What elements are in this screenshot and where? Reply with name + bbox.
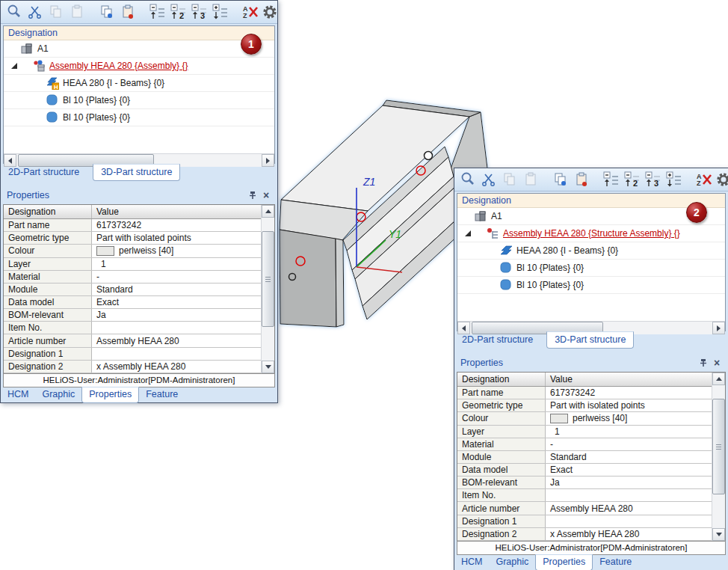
column-header-designation[interactable]: Designation: [457, 373, 546, 386]
expander-triangle-icon[interactable]: [465, 230, 471, 236]
scroll-down-button[interactable]: [262, 361, 274, 373]
tab-3d-part-structure[interactable]: 3D-Part structure: [93, 164, 180, 181]
vertical-scrollbar: [261, 205, 274, 373]
tab-graphic[interactable]: Graphic: [489, 555, 535, 570]
settings-button[interactable]: [261, 3, 279, 21]
tree-row-plate[interactable]: Bl 10 {Plates} {0}: [457, 260, 725, 277]
paste-with-reference-button[interactable]: [119, 3, 137, 21]
tree-item-label: Bl 10 {Plates} {0}: [63, 95, 130, 105]
tree-column-header-designation[interactable]: Designation: [457, 194, 725, 208]
scroll-up-button[interactable]: [712, 373, 725, 385]
property-row-geometric-type: Geometric typePart with isolated points: [4, 232, 261, 245]
tree-row-a1[interactable]: A1: [4, 40, 274, 58]
expand-all-button[interactable]: [212, 3, 229, 21]
tab-properties[interactable]: Properties: [535, 554, 593, 570]
column-header-value[interactable]: Value: [546, 373, 712, 386]
part-structure-window-2: 2 3 AZ Designation A1 Assembly HEAA 280 …: [454, 168, 728, 570]
search-button[interactable]: [5, 3, 23, 21]
scrollbar-track[interactable]: [262, 218, 274, 361]
scroll-down-button[interactable]: [712, 528, 725, 541]
search-button[interactable]: [459, 171, 477, 189]
copy-with-reference-button[interactable]: [98, 3, 116, 21]
bottom-tab-bar: HCM Graphic Properties Feature: [1, 387, 277, 404]
plate-icon: [499, 278, 513, 292]
paste-button-disabled[interactable]: [522, 171, 540, 189]
copy-special-icon: [552, 171, 569, 188]
tree-item-label: Bl 10 {Plates} {0}: [63, 112, 130, 123]
tab-3d-part-structure[interactable]: 3D-Part structure: [546, 331, 634, 349]
beam-front-plate[interactable]: [280, 230, 336, 327]
copy-button-disabled[interactable]: [501, 171, 519, 189]
structure-tab-bar: 2D-Part structure 3D-Part structure: [1, 165, 277, 183]
paste-with-reference-button[interactable]: [573, 171, 590, 189]
expand-all-button[interactable]: [665, 171, 683, 189]
close-button[interactable]: ×: [259, 189, 273, 201]
tab-hcm[interactable]: HCM: [454, 555, 489, 570]
tree-row-assembly[interactable]: Assembly HEAA 280 {Assembly} {}: [4, 58, 274, 75]
callout-badge-2: 2: [686, 202, 707, 223]
clear-sort-button[interactable]: AZ: [695, 171, 713, 189]
tree-row-assembly[interactable]: Assembly HEAA 280 {Structure Assembly} {…: [457, 225, 725, 242]
magnifier-icon: [6, 4, 22, 20]
column-header-value[interactable]: Value: [92, 205, 261, 218]
scroll-up-button[interactable]: [262, 205, 274, 218]
collapse-level-3-icon: 3: [645, 171, 661, 188]
scrollbar-track[interactable]: [712, 385, 725, 528]
auto-hide-pin-button[interactable]: [246, 189, 259, 201]
tree-row-beam[interactable]: HEAA 280 {I - Beams} {0}: [457, 242, 725, 260]
scrollbar-thumb[interactable]: [712, 399, 725, 494]
tree-row-plate[interactable]: Bl 10 {Plates} {0}: [4, 109, 274, 126]
clear-sort-button[interactable]: AZ: [241, 3, 259, 21]
column-header-designation[interactable]: Designation: [4, 205, 92, 218]
tree-column-header-designation[interactable]: Designation: [4, 26, 274, 40]
tab-properties[interactable]: Properties: [81, 387, 139, 403]
tree-item-label: Bl 10 {Plates} {0}: [516, 263, 584, 273]
close-button[interactable]: ×: [710, 357, 724, 369]
tab-2d-part-structure[interactable]: 2D-Part structure: [1, 165, 87, 180]
scrollbar-thumb[interactable]: [262, 231, 274, 327]
property-row-module: ModuleStandard: [457, 451, 712, 464]
axis-z-label: Z1: [363, 176, 375, 188]
properties-header-row: Designation Value: [457, 373, 712, 387]
part-structure-window-1: 2 3 AZ Designation A1 Assembly HEAA 280 …: [0, 0, 278, 403]
properties-title-bar: Properties ×: [456, 355, 727, 370]
tree-row-a1[interactable]: A1: [457, 208, 725, 225]
colour-swatch: [550, 414, 568, 423]
tree-item-label: A1: [37, 43, 49, 54]
tree-row-plate[interactable]: Bl 10 {Plates} {0}: [457, 277, 725, 294]
point-marker-white[interactable]: [425, 152, 433, 160]
settings-button[interactable]: [715, 171, 728, 189]
tree-row-plate[interactable]: Bl 10 {Plates} {0}: [4, 92, 274, 109]
tab-hcm[interactable]: HCM: [1, 387, 35, 402]
auto-hide-pin-button[interactable]: [697, 357, 710, 369]
tab-feature[interactable]: Feature: [139, 387, 185, 402]
copy-button-disabled[interactable]: [47, 3, 65, 21]
property-row-data-model: Data modelExact: [4, 296, 261, 309]
tab-graphic[interactable]: Graphic: [35, 387, 81, 402]
tab-2d-part-structure[interactable]: 2D-Part structure: [454, 332, 540, 348]
collapse-level-2-button[interactable]: 2: [170, 3, 188, 21]
property-row-article-number: Article numberAssembly HEAA 280: [457, 502, 712, 515]
tab-feature[interactable]: Feature: [593, 555, 638, 570]
collapse-all-button[interactable]: [149, 3, 167, 21]
collapse-all-button[interactable]: [602, 171, 620, 189]
plate-icon: [46, 94, 59, 107]
arrow-up-icon: [716, 377, 722, 381]
collapse-level-3-button[interactable]: 3: [191, 3, 209, 21]
i-beam-icon: [499, 244, 513, 257]
property-row-data-model: Data modelExact: [457, 464, 712, 476]
cut-button[interactable]: [480, 171, 498, 189]
paste-button-disabled[interactable]: [68, 3, 86, 21]
svg-text:2: 2: [179, 11, 184, 20]
svg-text:3: 3: [654, 179, 658, 188]
tree-row-beam[interactable]: H HEAA 280 {I - Beams} {0}: [4, 75, 274, 92]
collapse-level-2-button[interactable]: 2: [623, 171, 641, 189]
copy-with-reference-button[interactable]: [552, 171, 570, 189]
callout-badge-1: 1: [241, 34, 262, 55]
vertical-scrollbar: [712, 373, 725, 541]
svg-text:H: H: [54, 84, 58, 91]
gear-icon: [262, 4, 278, 20]
expander-triangle-icon[interactable]: [11, 63, 17, 69]
collapse-level-3-button[interactable]: 3: [644, 171, 662, 189]
cut-button[interactable]: [26, 3, 44, 21]
